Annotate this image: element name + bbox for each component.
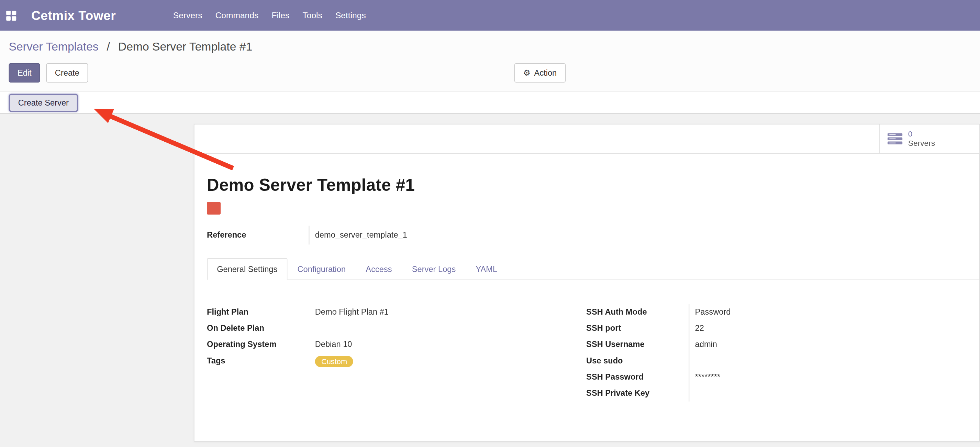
tab-yaml[interactable]: YAML — [466, 258, 507, 280]
menu-servers[interactable]: Servers — [173, 11, 202, 20]
group-right: SSH Auth Mode SSH port SSH Username Use … — [586, 304, 979, 402]
servers-stat-text: 0 Servers — [908, 129, 935, 148]
tab-configuration[interactable]: Configuration — [287, 258, 356, 280]
flight-plan-label: Flight Plan — [207, 304, 315, 320]
tags-label: Tags — [207, 353, 315, 369]
notebook-tabs: General Settings Configuration Access Se… — [207, 258, 979, 280]
form-sheet: 0 Servers Demo Server Template #1 Refere… — [194, 124, 980, 442]
menu-tools[interactable]: Tools — [302, 11, 322, 20]
servers-count: 0 — [908, 129, 913, 139]
ssh-username-value: admin — [695, 337, 980, 353]
flight-plan-value[interactable]: Demo Flight Plan #1 — [315, 304, 576, 320]
ssh-port-label: SSH port — [586, 320, 689, 336]
ssh-port-value: 22 — [695, 320, 980, 336]
field-groups: Flight Plan On Delete Plan Operating Sys… — [207, 304, 979, 402]
action-button[interactable]: ⚙ Action — [514, 63, 566, 83]
content-area: 0 Servers Demo Server Template #1 Refere… — [0, 114, 980, 447]
tag-custom: Custom — [315, 356, 353, 367]
breadcrumb: Server Templates / Demo Server Template … — [0, 30, 980, 55]
ssh-password-value: ******** — [695, 369, 980, 385]
record-title: Demo Server Template #1 — [207, 176, 979, 195]
ssh-auth-mode-value: Password — [695, 304, 980, 320]
reference-label: Reference — [207, 226, 309, 245]
ssh-private-key-label: SSH Private Key — [586, 385, 689, 401]
group-left-values: Demo Flight Plan #1 Debian 10 Custom — [315, 304, 576, 402]
breadcrumb-separator: / — [107, 40, 110, 53]
ssh-password-label: SSH Password — [586, 369, 689, 385]
color-tag-swatch — [207, 202, 221, 214]
button-box: 0 Servers — [194, 125, 980, 154]
tab-server-logs[interactable]: Server Logs — [402, 258, 466, 280]
on-delete-plan-value — [315, 320, 576, 336]
gear-icon: ⚙ — [523, 69, 530, 77]
on-delete-plan-label: On Delete Plan — [207, 320, 315, 336]
servers-stat-button[interactable]: 0 Servers — [879, 125, 979, 153]
ssh-username-label: SSH Username — [586, 337, 689, 353]
reference-field: Reference demo_server_template_1 — [207, 226, 979, 245]
top-navbar: Cetmix Tower Servers Commands Files Tool… — [0, 0, 980, 30]
create-server-button[interactable]: Create Server — [9, 94, 78, 112]
reference-value: demo_server_template_1 — [309, 226, 407, 245]
servers-stack-icon — [888, 133, 903, 145]
menu-settings[interactable]: Settings — [336, 11, 366, 20]
breadcrumb-server-templates[interactable]: Server Templates — [9, 40, 98, 53]
menu-commands[interactable]: Commands — [215, 11, 259, 20]
control-panel-buttons: Edit Create ⚙ Action — [9, 63, 980, 83]
apps-grid-icon[interactable] — [6, 10, 16, 20]
statusbar: Create Server — [0, 91, 980, 114]
tags-value: Custom — [315, 353, 576, 369]
edit-button[interactable]: Edit — [9, 63, 40, 83]
top-menu: Servers Commands Files Tools Settings — [173, 11, 366, 20]
group-right-labels: SSH Auth Mode SSH port SSH Username Use … — [586, 304, 689, 402]
action-button-label: Action — [535, 68, 557, 77]
group-right-values: Password 22 admin ******** — [689, 304, 979, 402]
control-panel: Server Templates / Demo Server Template … — [0, 30, 980, 91]
use-sudo-value — [695, 353, 980, 369]
group-left-labels: Flight Plan On Delete Plan Operating Sys… — [207, 304, 315, 402]
servers-count-label: Servers — [908, 139, 935, 148]
tab-general-settings[interactable]: General Settings — [207, 258, 287, 280]
ssh-auth-mode-label: SSH Auth Mode — [586, 304, 689, 320]
operating-system-label: Operating System — [207, 337, 315, 353]
tab-access[interactable]: Access — [356, 258, 402, 280]
ssh-private-key-value — [695, 385, 980, 401]
use-sudo-label: Use sudo — [586, 353, 689, 369]
create-button[interactable]: Create — [46, 63, 88, 83]
screen: Cetmix Tower Servers Commands Files Tool… — [0, 0, 980, 447]
breadcrumb-current: Demo Server Template #1 — [118, 40, 252, 53]
app-brand[interactable]: Cetmix Tower — [31, 8, 116, 23]
group-left: Flight Plan On Delete Plan Operating Sys… — [207, 304, 576, 402]
operating-system-value[interactable]: Debian 10 — [315, 337, 576, 353]
menu-files[interactable]: Files — [272, 11, 290, 20]
